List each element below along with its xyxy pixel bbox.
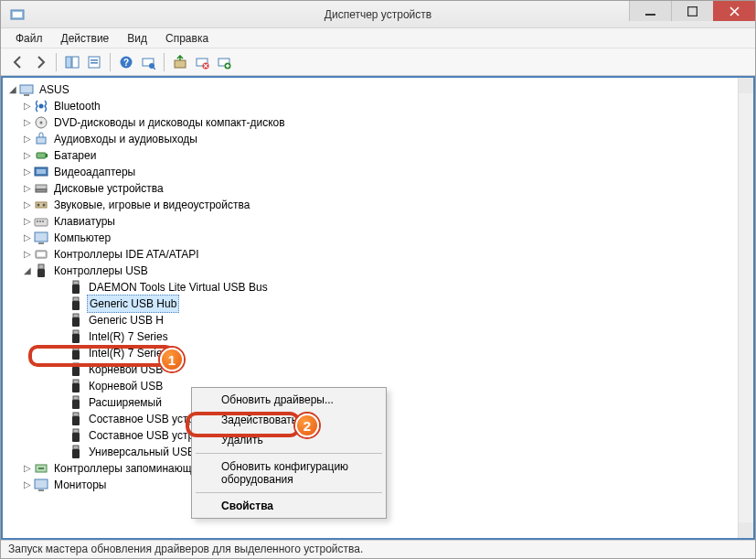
ctx-update-drivers[interactable]: Обновить драйверы... xyxy=(194,390,384,410)
minimize-button[interactable] xyxy=(629,1,671,21)
svg-rect-64 xyxy=(72,449,80,458)
ctx-refresh-hw[interactable]: Обновить конфигурацию оборудования xyxy=(194,457,384,489)
category-label: Звуковые, игровые и видеоустройства xyxy=(52,197,251,213)
tree-category[interactable]: ▷ Контроллеры запоминающих устройств xyxy=(21,460,753,477)
tree-category[interactable]: ▷ Контроллеры IDE ATA/ATAPI xyxy=(21,246,753,263)
tree-category[interactable]: ▷ Bluetooth xyxy=(21,98,753,114)
category-label: Аудиовходы и аудиовыходы xyxy=(52,131,199,147)
tree-device[interactable]: Составное USB устройство xyxy=(56,427,753,444)
usb-device-icon xyxy=(69,412,83,426)
twisty-icon[interactable]: ▷ xyxy=(21,164,34,180)
computer-icon xyxy=(19,82,34,97)
tree-category[interactable]: ▷ Компьютер xyxy=(21,230,753,246)
category-icon xyxy=(34,461,48,476)
twisty-icon[interactable]: ◢ xyxy=(6,81,19,98)
menu-file[interactable]: Файл xyxy=(6,30,52,47)
ctx-enable[interactable]: Задействовать xyxy=(194,410,384,430)
menu-view[interactable]: Вид xyxy=(118,30,156,47)
twisty-icon[interactable]: ▷ xyxy=(21,114,34,131)
svg-rect-63 xyxy=(73,446,79,449)
svg-rect-1 xyxy=(13,12,22,17)
tree-device[interactable]: Составное USB устройство xyxy=(56,411,753,427)
tree-device[interactable]: Универсальный USB-концентратор xyxy=(56,444,753,460)
tree-device[interactable]: Intel(R) 7 Series xyxy=(56,345,753,361)
properties-button[interactable] xyxy=(84,52,104,72)
tree-root[interactable]: ◢ ASUS xyxy=(5,81,753,98)
ctx-delete[interactable]: Удалить xyxy=(194,430,384,450)
category-icon xyxy=(34,198,48,212)
back-button[interactable] xyxy=(8,52,28,72)
usb-device-icon xyxy=(69,395,83,410)
separator xyxy=(196,453,382,454)
twisty-icon[interactable]: ▷ xyxy=(21,460,34,477)
svg-rect-43 xyxy=(73,281,79,285)
device-label: Generic USB H xyxy=(87,312,165,328)
enable-button[interactable] xyxy=(214,52,234,72)
tree-category[interactable]: ▷ Мониторы xyxy=(21,477,753,493)
twisty-icon[interactable]: ▷ xyxy=(21,131,34,147)
twisty-icon[interactable]: ▷ xyxy=(21,98,34,114)
tree-category[interactable]: ▷ Видеоадаптеры xyxy=(21,164,753,180)
twisty-icon[interactable]: ▷ xyxy=(21,246,34,263)
tree-category[interactable]: ▷ Батареи xyxy=(21,147,753,164)
svg-rect-37 xyxy=(35,232,48,242)
twisty-icon[interactable]: ▷ xyxy=(21,230,34,246)
close-button[interactable] xyxy=(713,1,755,21)
category-icon xyxy=(34,247,48,262)
maximize-button[interactable] xyxy=(671,1,713,21)
svg-rect-49 xyxy=(73,330,79,334)
svg-rect-47 xyxy=(73,314,79,317)
svg-rect-66 xyxy=(35,479,48,489)
svg-rect-42 xyxy=(37,269,45,277)
svg-rect-13 xyxy=(175,60,186,68)
tree-device[interactable]: Intel(R) 7 Series xyxy=(56,328,753,345)
help-button[interactable]: ? xyxy=(116,52,136,72)
device-label: Корневой USB xyxy=(87,378,165,394)
category-icon xyxy=(34,231,48,245)
twisty-icon[interactable]: ▷ xyxy=(21,213,34,230)
tree-category[interactable]: ▷ DVD-дисководы и дисководы компакт-диск… xyxy=(21,114,753,131)
tree-device[interactable]: Generic USB H xyxy=(56,312,753,328)
tree-category[interactable]: ▷ Аудиовходы и аудиовыходы xyxy=(21,131,753,147)
scan-hardware-button[interactable] xyxy=(138,52,158,72)
forward-button[interactable] xyxy=(30,52,50,72)
tree-device[interactable]: Generic USB Hub xyxy=(56,296,753,312)
ctx-properties[interactable]: Свойства xyxy=(194,496,384,516)
svg-rect-8 xyxy=(91,62,98,64)
device-label: Generic USB Hub xyxy=(87,295,179,313)
twisty-icon[interactable]: ◢ xyxy=(21,263,34,279)
tree-device[interactable]: Корневой USB xyxy=(56,361,753,378)
svg-rect-56 xyxy=(72,383,80,392)
uninstall-button[interactable] xyxy=(192,52,212,72)
titlebar: Диспетчер устройств xyxy=(1,1,755,28)
svg-rect-52 xyxy=(72,350,80,360)
svg-rect-53 xyxy=(73,363,79,367)
tree-device[interactable]: DAEMON Tools Lite Virtual USB Bus xyxy=(56,279,753,296)
twisty-icon[interactable]: ▷ xyxy=(21,477,34,493)
svg-rect-2 xyxy=(645,14,655,16)
tree-device[interactable]: Расширяемый xyxy=(56,394,753,411)
menu-help[interactable]: Справка xyxy=(156,30,218,47)
tree-category-usb-controllers[interactable]: ◢ Контроллеры USB xyxy=(21,263,753,279)
usb-device-icon xyxy=(69,296,83,311)
twisty-icon[interactable]: ▷ xyxy=(21,180,34,197)
tree-device[interactable]: Корневой USB xyxy=(56,378,753,394)
update-driver-button[interactable] xyxy=(170,52,190,72)
svg-rect-51 xyxy=(73,347,79,350)
vertical-scrollbar[interactable] xyxy=(738,78,753,538)
twisty-icon[interactable]: ▷ xyxy=(21,197,34,213)
svg-rect-62 xyxy=(72,433,80,442)
tree-category[interactable]: ▷ Дисковые устройства xyxy=(21,180,753,197)
svg-rect-25 xyxy=(46,154,48,157)
show-hide-tree-button[interactable] xyxy=(62,52,82,72)
usb-device-icon xyxy=(69,379,83,393)
tree-category[interactable]: ▷ Клавиатуры xyxy=(21,213,753,230)
svg-rect-61 xyxy=(73,429,79,433)
svg-point-20 xyxy=(39,104,44,109)
tree-category[interactable]: ▷ Звуковые, игровые и видеоустройства xyxy=(21,197,753,213)
usb-device-icon xyxy=(69,428,83,443)
twisty-icon[interactable]: ▷ xyxy=(21,147,34,164)
category-icon xyxy=(34,181,48,196)
device-label: Корневой USB xyxy=(87,361,165,378)
menu-action[interactable]: Действие xyxy=(52,30,119,47)
